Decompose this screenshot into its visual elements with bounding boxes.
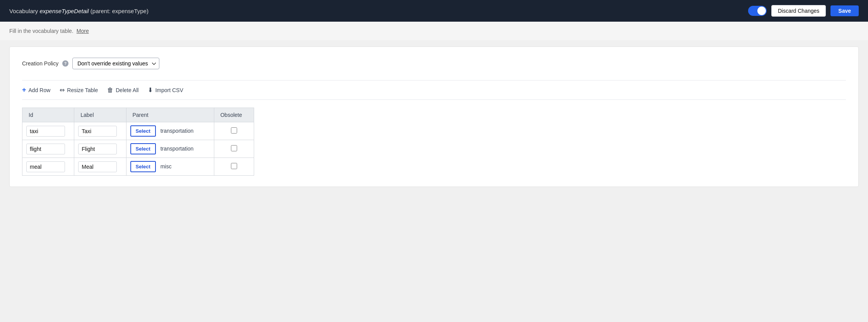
help-icon[interactable]: ? (62, 60, 68, 67)
card: Creation Policy ? Don't override existin… (9, 46, 859, 187)
cell-label (74, 140, 126, 158)
import-csv-label: Import CSV (155, 87, 183, 93)
delete-all-label: Delete All (116, 87, 138, 93)
title-prefix: Vocabulary (9, 8, 39, 14)
cell-id (22, 140, 74, 158)
col-header-obsolete: Obsolete (214, 108, 254, 122)
cell-label (74, 158, 126, 176)
sub-header: Fill in the vocabulary table. More (0, 22, 868, 40)
parent-value: transportation (161, 146, 194, 152)
plus-icon: + (22, 86, 26, 94)
resize-icon: ⇔ (60, 86, 65, 94)
id-input[interactable] (26, 126, 65, 137)
parent-value: transportation (161, 128, 194, 134)
creation-policy-select[interactable]: Don't override existing values (72, 58, 159, 69)
cell-obsolete (214, 140, 254, 158)
main-content: Creation Policy ? Don't override existin… (0, 40, 868, 193)
label-input[interactable] (78, 144, 117, 154)
creation-policy-label: Creation Policy (22, 60, 58, 67)
trash-icon: 🗑 (107, 87, 113, 94)
col-header-parent: Parent (126, 108, 214, 122)
add-row-label: Add Row (29, 87, 51, 93)
id-input[interactable] (26, 161, 65, 172)
header-actions: Discard Changes Save (748, 5, 859, 17)
cell-parent: Select transportation (126, 122, 214, 140)
title-italic: expenseTypeDetail (39, 8, 89, 14)
table-row: Select misc (22, 158, 254, 176)
vocab-table: Id Label Parent Obsolete Select transpor… (22, 108, 254, 176)
col-header-label: Label (74, 108, 126, 122)
table-header-row: Id Label Parent Obsolete (22, 108, 254, 122)
sub-header-text: Fill in the vocabulary table. (9, 28, 73, 34)
app-header: Vocabulary expenseTypeDetail (parent: ex… (0, 0, 868, 22)
save-button[interactable]: Save (830, 5, 859, 16)
title-suffix: (parent: expenseType) (89, 8, 149, 14)
resize-table-label: Resize Table (67, 87, 98, 93)
label-input[interactable] (78, 161, 117, 172)
more-link[interactable]: More (77, 28, 89, 34)
table-row: Select transportation (22, 140, 254, 158)
cell-label (74, 122, 126, 140)
resize-table-button[interactable]: ⇔ Resize Table (60, 85, 98, 95)
toggle-knob (757, 7, 766, 15)
select-button[interactable]: Select (130, 143, 156, 154)
cell-parent: Select transportation (126, 140, 214, 158)
page-title: Vocabulary expenseTypeDetail (parent: ex… (9, 8, 149, 14)
parent-value: misc (161, 163, 172, 170)
creation-policy-row: Creation Policy ? Don't override existin… (22, 58, 846, 69)
cell-parent: Select misc (126, 158, 214, 176)
add-row-button[interactable]: + Add Row (22, 84, 50, 96)
cell-obsolete (214, 158, 254, 176)
select-button[interactable]: Select (130, 161, 156, 172)
obsolete-checkbox[interactable] (231, 127, 237, 134)
cell-obsolete (214, 122, 254, 140)
toolbar: + Add Row ⇔ Resize Table 🗑 Delete All ⬇ … (22, 80, 846, 100)
cell-id (22, 122, 74, 140)
discard-changes-button[interactable]: Discard Changes (771, 5, 826, 17)
import-icon: ⬇ (148, 86, 153, 94)
id-input[interactable] (26, 144, 65, 154)
cell-id (22, 158, 74, 176)
import-csv-button[interactable]: ⬇ Import CSV (148, 85, 183, 95)
toggle-switch[interactable] (748, 6, 767, 16)
table-row: Select transportation (22, 122, 254, 140)
select-button[interactable]: Select (130, 125, 156, 137)
obsolete-checkbox[interactable] (231, 163, 237, 169)
obsolete-checkbox[interactable] (231, 145, 237, 151)
delete-all-button[interactable]: 🗑 Delete All (107, 85, 138, 95)
col-header-id: Id (22, 108, 74, 122)
label-input[interactable] (78, 126, 117, 137)
